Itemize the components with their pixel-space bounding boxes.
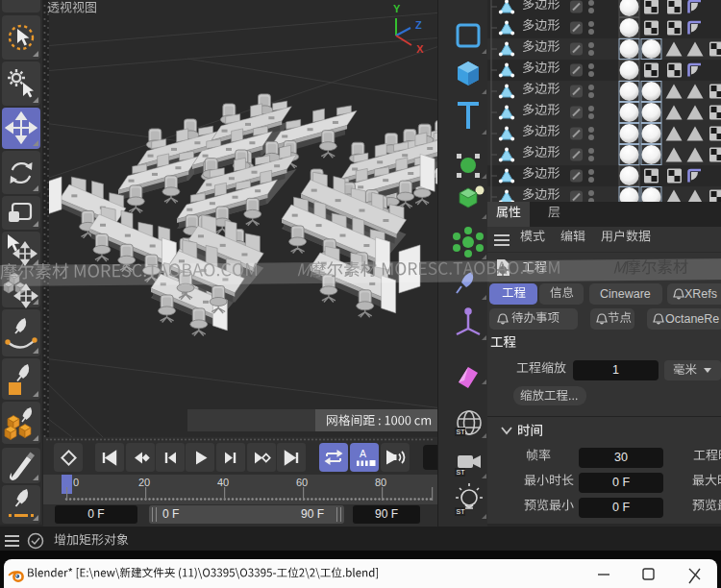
svg-text:X: X <box>416 43 424 55</box>
svg-text:A: A <box>360 448 366 459</box>
svg-text:ST: ST <box>457 429 466 435</box>
svg-text:ST: ST <box>457 469 466 476</box>
svg-text:Z: Z <box>415 19 422 31</box>
svg-text:ST: ST <box>457 508 466 515</box>
svg-text:Y: Y <box>393 3 401 14</box>
